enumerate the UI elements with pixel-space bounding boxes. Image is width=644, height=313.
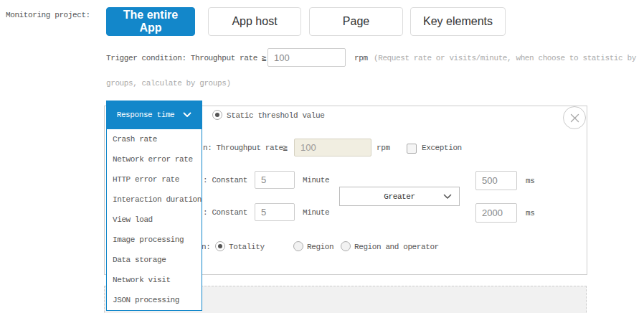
panel-throughput-label: n: Throughput rate≧ xyxy=(203,144,288,153)
tab-page[interactable]: Page xyxy=(309,7,403,36)
comparator-value: Greater xyxy=(384,192,415,201)
exception-label: Exception xyxy=(422,144,462,153)
panel-rpm-unit: rpm xyxy=(377,144,390,153)
trigger-rpm-unit: rpm xyxy=(354,54,368,63)
metric-option-interaction-duration[interactable]: Interaction duration xyxy=(107,190,202,210)
trigger-hint-line2: groups, calculate by groups) xyxy=(106,79,231,88)
duration1-unit: Minute xyxy=(303,176,329,185)
duration2-label: : Constant xyxy=(203,208,247,218)
dimension-totality-label: Totality xyxy=(229,243,265,252)
tab-key-elements[interactable]: Key elements xyxy=(410,7,506,36)
metric-dropdown-button[interactable]: Response time xyxy=(106,101,202,129)
static-threshold-label: Static threshold value xyxy=(227,111,324,121)
monitoring-project-label: Monitoring project: xyxy=(6,11,90,20)
metric-option-network-error-rate[interactable]: Network error rate xyxy=(107,149,202,169)
metric-option-data-storage[interactable]: Data storage xyxy=(107,250,202,270)
tab-the-entire-app[interactable]: The entire App xyxy=(106,7,195,36)
threshold2-input[interactable] xyxy=(475,203,517,223)
duration2-unit: Minute xyxy=(303,208,329,218)
tab-app-host[interactable]: App host xyxy=(208,7,301,36)
metric-dropdown-list: Crash rate Network error rate HTTP error… xyxy=(106,129,202,311)
dimension-region-label: Region xyxy=(307,243,333,252)
close-icon xyxy=(570,113,579,123)
chevron-down-icon xyxy=(183,112,191,118)
metric-option-image-processing[interactable]: Image processing xyxy=(107,230,202,250)
trigger-hint-line1: (Request rate or visits/minute, when cho… xyxy=(374,54,636,63)
dimension-region-operator-label: Region and operator xyxy=(354,243,439,252)
close-button[interactable] xyxy=(563,106,586,129)
duration1-label: : Constant xyxy=(203,176,247,185)
metric-option-crash-rate[interactable]: Crash rate xyxy=(107,129,202,149)
metric-dropdown-selected: Response time xyxy=(117,111,175,119)
monitoring-config-screen: Monitoring project: The entire App App h… xyxy=(0,0,644,313)
trigger-condition-label: Trigger condition: Throughput rate ≧ xyxy=(106,54,266,63)
dimension-radio-totality[interactable] xyxy=(215,241,225,251)
duration1-input[interactable] xyxy=(255,171,295,189)
threshold1-input[interactable] xyxy=(475,171,517,190)
duration2-input[interactable] xyxy=(255,203,295,221)
exception-checkbox[interactable] xyxy=(407,144,417,154)
metric-option-view-load[interactable]: View load xyxy=(107,210,202,230)
metric-option-json-processing[interactable]: JSON processing xyxy=(107,290,202,310)
dimension-radio-region[interactable] xyxy=(293,241,303,251)
static-threshold-radio[interactable] xyxy=(212,110,222,120)
metric-option-network-visit[interactable]: Network visit xyxy=(107,270,202,290)
threshold1-unit: ms xyxy=(526,177,534,186)
trigger-throughput-input[interactable] xyxy=(267,48,346,67)
chevron-down-icon xyxy=(443,194,452,200)
dimension-label: n: xyxy=(202,243,210,252)
threshold2-unit: ms xyxy=(526,209,534,218)
metric-option-http-error-rate[interactable]: HTTP error rate xyxy=(107,169,202,190)
dimension-radio-region-operator[interactable] xyxy=(341,241,351,251)
panel-throughput-input[interactable] xyxy=(294,139,371,156)
comparator-select[interactable]: Greater xyxy=(339,187,460,206)
